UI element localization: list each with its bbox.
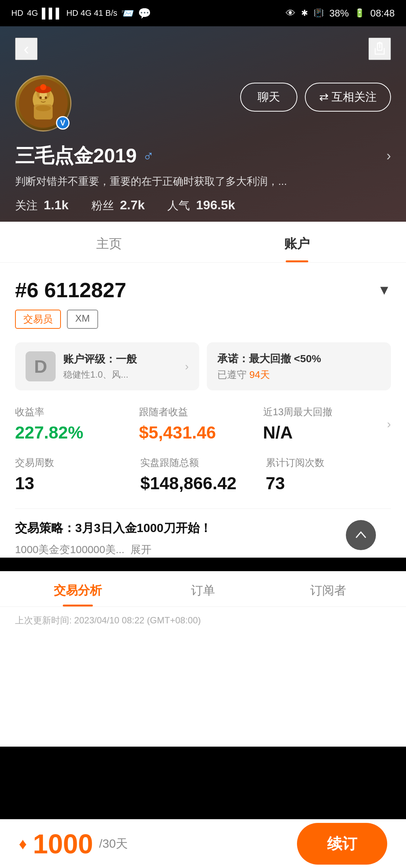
comply-days: 94天: [249, 369, 270, 380]
back-button[interactable]: ‹: [15, 38, 38, 60]
stat-return-label: 收益率: [15, 405, 139, 419]
profile-bio: 判断对错并不重要，重要的在于正确时获取了多大利润，...: [15, 174, 391, 189]
scroll-up-button[interactable]: [346, 520, 376, 550]
strategy-row: 交易策略：3月3日入金1000刀开始！ 1000美金变100000美... 展开: [15, 520, 391, 558]
rating-title: 账户评级：一般: [63, 352, 177, 366]
profile-header: ‹: [0, 26, 406, 222]
eye-icon: 👁: [286, 8, 295, 19]
gender-icon: ♂: [143, 148, 154, 165]
battery-text: 38%: [329, 8, 349, 19]
rating-subtitle: 稳健性1.0、风...: [63, 369, 177, 381]
stats-row1-arrow[interactable]: ›: [387, 417, 391, 431]
profile-name-row: 三毛点金2019 ♂ ›: [15, 143, 391, 169]
rating-badge: D: [26, 351, 56, 381]
stat-return-value: 227.82%: [15, 422, 139, 443]
content-area: [0, 634, 406, 747]
signal-icon: HD: [11, 8, 23, 18]
tab-account[interactable]: 账户: [203, 222, 391, 262]
sub-tabs: 交易分析 订单 订阅者: [0, 571, 406, 607]
notification-icon: 📨: [121, 7, 134, 20]
svg-point-9: [40, 84, 46, 90]
stat-subscribe-value: 73: [266, 473, 391, 493]
message-icon: 💬: [138, 7, 151, 20]
stat-total-follow: 实盘跟随总额 $148,866.42: [140, 456, 265, 493]
stat-return-rate: 收益率 227.82%: [15, 405, 139, 443]
status-right: 👁 ✱ 📳 38% 🔋 08:48: [286, 8, 395, 19]
promise-card: 承诺：最大回撤 <50% 已遵守 94天: [207, 342, 391, 390]
follow-button[interactable]: ⇄ 互相关注: [305, 83, 391, 112]
svg-point-11: [45, 97, 47, 99]
rating-card[interactable]: D 账户评级：一般 稳健性1.0、风... ›: [15, 342, 199, 390]
price-section: ♦ 1000 /30天: [19, 829, 128, 859]
share-button[interactable]: [368, 38, 391, 60]
sub-tab-orders[interactable]: 订单: [140, 571, 265, 606]
avatar: V: [15, 75, 71, 132]
renew-button[interactable]: 续订: [297, 823, 387, 865]
account-number-row: #6 6112827 ▼: [15, 278, 391, 302]
tag-trader: 交易员: [15, 310, 61, 329]
price-period: /30天: [99, 836, 128, 852]
comply-text: 已遵守 94天: [217, 368, 380, 381]
profile-expand-arrow[interactable]: ›: [386, 148, 391, 164]
stat-weeks-label: 交易周数: [15, 456, 140, 469]
strategy-title: 交易策略：3月3日入金1000刀开始！: [15, 520, 391, 537]
time-display: 08:48: [370, 8, 395, 19]
fans-label: 粉丝 2.7k: [91, 198, 145, 213]
profile-stats: 关注 1.1k 粉丝 2.7k 人气 196.5k: [15, 198, 391, 213]
stat-follower-label: 跟随者收益: [139, 405, 263, 419]
profile-username: 三毛点金2019: [15, 143, 137, 169]
rating-info: 账户评级：一般 稳健性1.0、风...: [63, 352, 177, 381]
stat-max-drawdown: 近13周最大回撤 N/A: [263, 405, 387, 443]
chat-button[interactable]: 聊天: [240, 83, 297, 112]
price-value: 1000: [33, 829, 93, 859]
stat-subscribe-label: 累计订阅次数: [266, 456, 391, 469]
account-dropdown[interactable]: ▼: [377, 282, 391, 298]
stat-total-subscribe: 累计订阅次数 73: [266, 456, 391, 493]
tab-bar: 主页 账户: [0, 222, 406, 263]
promise-info: 承诺：最大回撤 <50% 已遵守 94天: [217, 352, 380, 381]
promise-title: 承诺：最大回撤 <50%: [217, 352, 380, 366]
strategy-preview: 1000美金变100000美...: [15, 542, 124, 558]
profile-info-row: V 聊天 ⇄ 互相关注: [15, 75, 391, 132]
sub-tab-analysis[interactable]: 交易分析: [15, 571, 140, 606]
stat-drawdown-value: N/A: [263, 422, 387, 443]
svg-point-7: [36, 105, 51, 111]
vibrate-icon: 📳: [314, 8, 324, 18]
sub-tab-subscribers[interactable]: 订阅者: [266, 571, 391, 606]
update-time: 上次更新时间: 2023/04/10 08:22 (GMT+08:00): [0, 607, 406, 634]
stat-trading-weeks: 交易周数 13: [15, 456, 140, 493]
stat-total-follow-value: $148,866.42: [140, 473, 265, 493]
bluetooth-icon: ✱: [301, 8, 308, 18]
status-left: HD 4G ▌▌▌ HD 4G 41 B/s 📨 💬: [11, 7, 151, 20]
following-label: 关注 1.1k: [15, 198, 69, 213]
strategy-section: 交易策略：3月3日入金1000刀开始！ 1000美金变100000美... 展开: [15, 520, 391, 558]
popularity-label: 人气 196.5k: [167, 198, 235, 213]
expand-button[interactable]: 展开: [130, 543, 151, 557]
status-bar: HD 4G ▌▌▌ HD 4G 41 B/s 📨 💬 👁 ✱ 📳 38% 🔋 0…: [0, 0, 406, 26]
info-cards-row: D 账户评级：一般 稳健性1.0、风... › 承诺：最大回撤 <50% 已遵守…: [15, 342, 391, 390]
rating-arrow: ›: [185, 360, 189, 373]
profile-action-btns: 聊天 ⇄ 互相关注: [240, 83, 391, 112]
main-content: #6 6112827 ▼ 交易员 XM D 账户评级：一般 稳健性1.0、风..…: [0, 263, 406, 558]
diamond-icon: ♦: [19, 835, 27, 853]
stat-follower-value: $5,431.46: [139, 422, 263, 443]
verified-badge: V: [56, 116, 70, 130]
network-icon: 4G: [27, 8, 38, 18]
stat-drawdown-label: 近13周最大回撤: [263, 405, 387, 419]
signal-bars-icon: ▌▌▌: [42, 8, 62, 19]
svg-point-10: [39, 97, 42, 99]
stat-total-follow-label: 实盘跟随总额: [140, 456, 265, 469]
bottom-bar: ♦ 1000 /30天 续订: [0, 819, 406, 868]
stats-row-1: 收益率 227.82% 跟随者收益 $5,431.46 近13周最大回撤 N/A…: [15, 405, 391, 443]
account-number: #6 6112827: [15, 278, 126, 302]
speed-text: HD 4G 41 B/s: [66, 8, 117, 18]
tag-broker: XM: [67, 310, 98, 329]
tab-homepage[interactable]: 主页: [15, 222, 203, 262]
tags-row: 交易员 XM: [15, 310, 391, 329]
stats-row-2: 交易周数 13 实盘跟随总额 $148,866.42 累计订阅次数 73: [15, 456, 391, 493]
stat-weeks-value: 13: [15, 473, 140, 493]
battery-icon: 🔋: [354, 8, 365, 18]
header-top-bar: ‹: [15, 38, 391, 60]
stat-follower-return: 跟随者收益 $5,431.46: [139, 405, 263, 443]
